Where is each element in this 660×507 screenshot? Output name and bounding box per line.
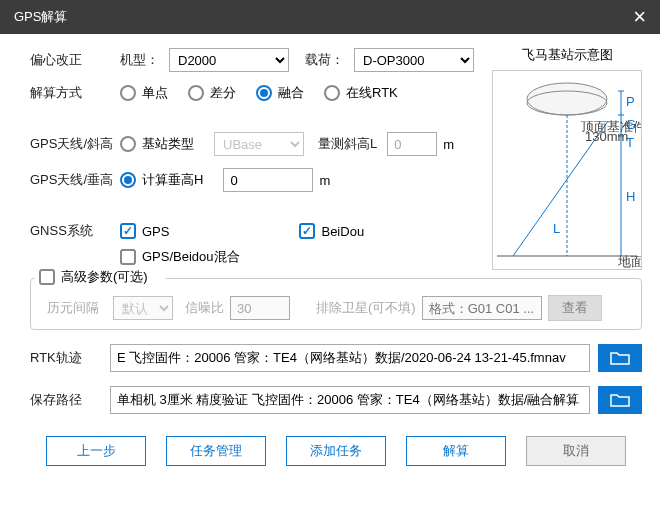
ant-vert-label: GPS天线/垂高	[30, 171, 114, 189]
rtk-browse-button[interactable]	[598, 344, 642, 372]
vert-unit: m	[319, 173, 330, 188]
cancel-button[interactable]: 取消	[526, 436, 626, 466]
diagram-panel: 飞马基站示意图 L P G T H 130mm 顶面基准件 地面	[492, 46, 642, 270]
load-select[interactable]: D-OP3000	[354, 48, 474, 72]
method-label: 解算方式	[30, 84, 114, 102]
radio-single[interactable]: 单点	[120, 84, 168, 102]
load-label: 载荷：	[305, 51, 344, 69]
svg-text:P: P	[626, 94, 635, 109]
rtk-path-label: RTK轨迹	[30, 349, 102, 367]
radio-diff[interactable]: 差分	[188, 84, 236, 102]
close-icon[interactable]: ×	[627, 4, 652, 30]
folder-icon	[610, 392, 630, 408]
check-beidou[interactable]: BeiDou	[299, 223, 364, 239]
rtk-path-input[interactable]: E 飞控固件：20006 管家：TE4（网络基站）数据/2020-06-24 1…	[110, 344, 590, 372]
slant-l-label: 量测斜高L	[318, 135, 377, 153]
add-task-button[interactable]: 添加任务	[286, 436, 386, 466]
svg-point-0	[527, 83, 607, 115]
save-path-input[interactable]: 单相机 3厘米 精度验证 飞控固件：20006 管家：TE4（网络基站）数据/融…	[110, 386, 590, 414]
titlebar: GPS解算 ×	[0, 0, 660, 34]
svg-text:H: H	[626, 189, 635, 204]
window-title: GPS解算	[14, 8, 67, 26]
gnss-label: GNSS系统	[30, 222, 114, 240]
svg-text:顶面基准件: 顶面基准件	[581, 119, 641, 134]
save-browse-button[interactable]	[598, 386, 642, 414]
check-mix[interactable]: GPS/Beidou混合	[120, 248, 240, 266]
svg-text:地面: 地面	[617, 254, 641, 269]
diagram-title: 飞马基站示意图	[492, 46, 642, 64]
offset-label: 偏心改正	[30, 51, 114, 69]
model-select[interactable]: D2000	[169, 48, 289, 72]
radio-base-type[interactable]: 基站类型	[120, 135, 194, 153]
excl-input	[422, 296, 542, 320]
epoch-select: 默认	[113, 296, 173, 320]
snr-label: 信噪比	[185, 299, 224, 317]
snr-input	[230, 296, 290, 320]
radio-fusion[interactable]: 融合	[256, 84, 304, 102]
excl-label: 排除卫星(可不填)	[316, 299, 416, 317]
check-gps[interactable]: GPS	[120, 223, 169, 239]
model-label: 机型：	[120, 51, 159, 69]
prev-button[interactable]: 上一步	[46, 436, 146, 466]
radio-calc-h[interactable]: 计算垂高H	[120, 171, 203, 189]
vert-h-input[interactable]	[223, 168, 313, 192]
ant-slant-label: GPS天线/斜高	[30, 135, 114, 153]
save-path-label: 保存路径	[30, 391, 102, 409]
svg-text:L: L	[553, 221, 560, 236]
radio-rtk[interactable]: 在线RTK	[324, 84, 398, 102]
ubase-select: UBase	[214, 132, 304, 156]
epoch-label: 历元间隔	[47, 299, 107, 317]
advanced-group: 高级参数(可选) 历元间隔 默认 信噪比 排除卫星(可不填) 查看	[30, 278, 642, 330]
base-station-diagram: L P G T H 130mm 顶面基准件 地面	[492, 70, 642, 270]
folder-icon	[610, 350, 630, 366]
view-button: 查看	[548, 295, 602, 321]
solve-button[interactable]: 解算	[406, 436, 506, 466]
slant-input	[387, 132, 437, 156]
slant-unit: m	[443, 137, 454, 152]
check-advanced[interactable]: 高级参数(可选)	[39, 268, 148, 286]
task-mgr-button[interactable]: 任务管理	[166, 436, 266, 466]
